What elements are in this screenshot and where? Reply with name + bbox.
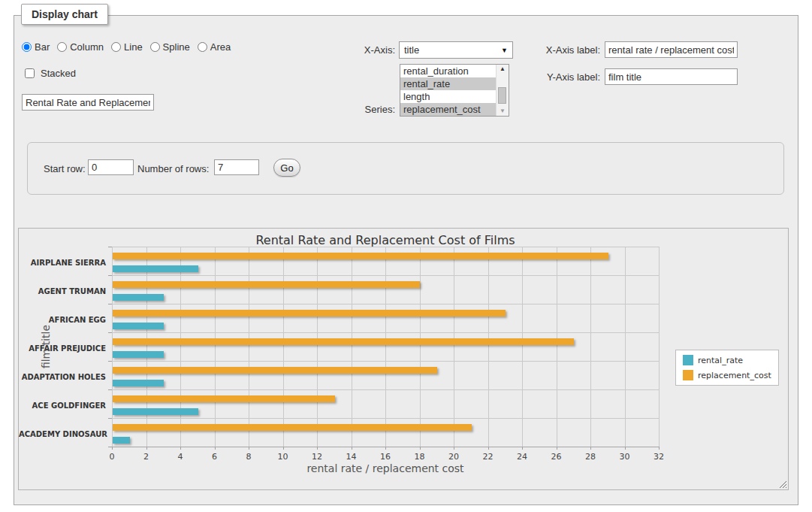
x-axis-label-caption: X-Axis label: [536,44,600,56]
x-axis-line [112,447,659,447]
radio-spline[interactable] [150,42,160,52]
x-gridline [215,247,216,447]
scrollbar-thumb[interactable] [498,87,506,104]
x-tick-label: 28 [575,452,605,462]
x-axis-selected-value: title [404,44,419,56]
x-gridline [590,247,591,447]
y-tick-mark [108,389,112,390]
x-gridline [522,247,523,447]
bar-replacement_cost-african-egg [113,310,506,317]
series-option-rental_duration[interactable]: rental_duration [400,65,496,77]
radio-option-bar[interactable]: Bar [22,41,50,53]
start-row-input[interactable] [88,159,134,175]
x-tick-mark [659,447,660,450]
resize-grip-icon[interactable] [778,480,786,488]
x-gridline [146,247,147,447]
x-gridline [283,247,284,447]
start-row-label: Start row: [44,163,86,174]
x-tick-label: 10 [268,452,298,462]
chart-title-input[interactable] [22,94,154,111]
chart-type-radios: BarColumnLineSplineArea [22,41,231,53]
series-options: rental_durationrental_ratelengthreplacem… [400,65,496,116]
x-axis-label-input[interactable] [605,41,738,58]
radio-column[interactable] [57,42,67,52]
legend-swatch-rental_rate [683,355,693,365]
x-tick-label: 16 [370,452,400,462]
x-gridline [180,247,181,447]
stacked-checkbox[interactable] [25,68,35,78]
legend-label: replacement_cost [698,371,771,380]
x-gridline [454,247,454,447]
radio-line[interactable] [111,42,121,52]
series-listbox[interactable]: rental_durationrental_ratelengthreplacem… [400,64,509,117]
category-label: AIRPLANE SIERRA [19,258,106,268]
bar-replacement_cost-ace-goldfinger [113,395,335,402]
radio-option-line[interactable]: Line [111,41,143,53]
radio-option-label: Line [124,41,143,53]
category-label: ACADEMY DINOSAUR [19,429,106,440]
radio-option-area[interactable]: Area [198,41,231,53]
y-gridline [112,418,659,419]
legend-item-rental_rate[interactable]: rental_rate [683,355,771,365]
x-gridline [420,247,421,447]
chevron-down-icon: ▼ [501,47,508,54]
x-gridline [352,247,352,447]
radio-option-label: Column [70,41,104,53]
radio-option-label: Spline [163,41,190,53]
series-scrollbar[interactable]: ▲ ▼ [496,65,509,116]
x-gridline [249,247,249,447]
y-tick-mark [108,361,112,362]
chart-y-axis-title: film title [40,325,52,368]
radio-bar[interactable] [22,42,32,52]
y-tick-mark [108,332,112,333]
bar-rental_rate-academy-dinosaur [113,437,130,444]
bar-replacement_cost-agent-truman [113,281,420,288]
num-rows-input[interactable] [214,159,259,175]
bar-replacement_cost-adaptation-holes [113,367,437,374]
x-tick-label: 20 [439,452,469,462]
x-gridline [317,247,318,447]
y-gridline [112,275,659,276]
y-gridline [112,361,659,362]
x-tick-label: 2 [131,452,161,462]
chart-title: Rental Rate and Replacement Cost of Film… [112,233,659,247]
legend-item-replacement_cost[interactable]: replacement_cost [683,370,771,380]
x-tick-label: 14 [337,452,367,462]
fieldset-legend: Display chart [21,4,108,25]
x-gridline [385,247,386,447]
y-gridline [112,247,659,247]
x-tick-label: 4 [165,452,195,462]
y-tick-mark [108,275,112,276]
x-tick-label: 6 [200,452,230,462]
x-tick-label: 18 [405,452,435,462]
series-option-rental_rate[interactable]: rental_rate [400,77,496,90]
stacked-checkbox-row[interactable]: Stacked [22,66,76,80]
series-option-length[interactable]: length [400,90,496,103]
stacked-label: Stacked [41,68,76,79]
bar-replacement_cost-affair-prejudice [113,338,574,345]
x-tick-label: 32 [644,452,674,462]
category-label: AFRICAN EGG [19,315,106,326]
scroll-up-icon[interactable]: ▲ [500,66,506,72]
radio-option-column[interactable]: Column [57,41,104,53]
x-tick-label: 0 [97,452,127,462]
category-label: ADAPTATION HOLES [19,372,106,383]
bar-rental_rate-adaptation-holes [113,380,164,386]
radio-area[interactable] [198,42,207,52]
bar-replacement_cost-academy-dinosaur [113,424,472,431]
x-gridline [557,247,557,447]
y-axis-label-input[interactable] [605,68,738,85]
chart-x-axis-title: rental rate / replacement cost [112,462,659,474]
scroll-down-icon[interactable]: ▼ [500,108,506,114]
go-button[interactable]: Go [273,159,300,177]
radio-option-spline[interactable]: Spline [150,41,190,53]
y-tick-mark [108,304,112,304]
x-tick-label: 24 [507,452,537,462]
y-gridline [112,332,659,333]
x-gridline [112,247,113,447]
x-gridline [659,247,660,447]
radio-option-label: Bar [35,41,50,53]
y-gridline [112,389,659,390]
series-option-replacement_cost[interactable]: replacement_cost [400,103,496,116]
x-axis-select[interactable]: title ▼ [399,41,513,59]
